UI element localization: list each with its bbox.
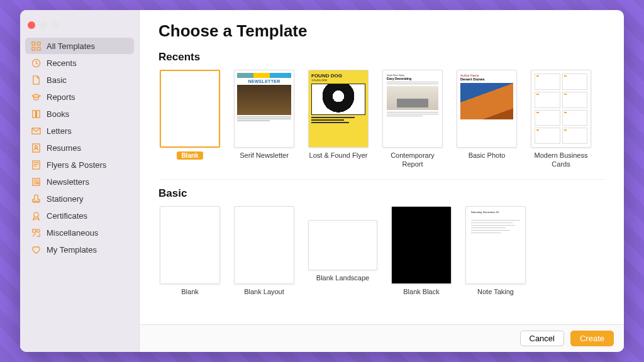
sidebar-item-label: All Templates	[47, 41, 95, 51]
template-label: Blank Layout	[244, 288, 284, 304]
basic-row: Blank Blank Layout Blank Landscape Blank…	[158, 206, 605, 314]
sidebar-item-basic[interactable]: Basic	[25, 72, 134, 88]
sidebar-item-label: Stationery	[47, 194, 84, 204]
main-panel: Choose a Template Recents Blank NEWSLETT…	[140, 10, 624, 352]
sidebar-item-stationery[interactable]: Stationery	[25, 190, 134, 207]
svg-rect-0	[31, 41, 35, 45]
page-title: Choose a Template	[158, 21, 605, 41]
sidebar-item-recents[interactable]: Recents	[25, 55, 134, 71]
template-blank[interactable]: Blank	[158, 70, 221, 169]
sidebar-list: All Templates Recents Basic Reports Book…	[20, 38, 139, 258]
misc-icon	[31, 228, 41, 238]
template-thumbnail	[160, 70, 220, 148]
minimize-window-button[interactable]	[40, 21, 47, 29]
template-lost-found-flyer[interactable]: FOUND DOG 123-456-7890 Lost & Found Flye…	[307, 70, 370, 169]
svg-rect-8	[32, 160, 39, 168]
sidebar-item-flyers-posters[interactable]: Flyers & Posters	[25, 156, 134, 173]
sidebar-item-newsletters[interactable]: Newsletters	[25, 173, 134, 190]
section-heading-basic: Basic	[158, 187, 605, 200]
template-thumbnail	[160, 206, 220, 284]
template-thumbnail: FOUND DOG 123-456-7890	[308, 70, 369, 148]
sidebar-item-all-templates[interactable]: All Templates	[25, 38, 134, 54]
template-basic-photo[interactable]: Author Name Desert Dunes Basic Photo	[455, 70, 518, 169]
sidebar-item-my-templates[interactable]: My Templates	[25, 241, 134, 258]
template-label: Note Taking	[477, 288, 514, 304]
svg-rect-10	[36, 182, 38, 184]
newsletter-icon	[31, 177, 41, 187]
sidebar-item-miscellaneous[interactable]: Miscellaneous	[25, 224, 134, 241]
template-thumbnail: NEWSLETTER	[234, 70, 294, 148]
sidebar-item-certificates[interactable]: Certificates	[25, 207, 134, 224]
sidebar: All Templates Recents Basic Reports Book…	[20, 10, 140, 352]
template-label: Basic Photo	[469, 151, 506, 168]
sidebar-item-label: Basic	[47, 75, 67, 85]
template-contemporary-report[interactable]: Simple Home Styling Easy Decorating Cont…	[381, 70, 444, 169]
template-blank-2[interactable]: Blank	[158, 206, 221, 304]
template-note-taking[interactable]: Saturday, December 16 Note Taking	[464, 206, 527, 304]
close-window-button[interactable]	[28, 21, 35, 29]
sidebar-item-label: My Templates	[47, 245, 97, 255]
template-thumbnail: Author Name Desert Dunes	[457, 70, 517, 148]
template-thumbnail: Simple Home Styling Easy Decorating	[382, 70, 443, 148]
zoom-window-button[interactable]	[52, 21, 59, 29]
template-label: Blank	[177, 151, 203, 160]
section-heading-recents: Recents	[158, 51, 605, 63]
sidebar-item-label: Certificates	[47, 211, 87, 221]
template-label: Lost & Found Flyer	[309, 151, 368, 168]
template-label: Contemporary Report	[381, 151, 444, 169]
sidebar-item-label: Newsletters	[47, 177, 89, 187]
svg-rect-3	[37, 47, 40, 50]
svg-rect-1	[37, 41, 40, 45]
footer-bar: Cancel Create	[140, 324, 624, 352]
template-label: Serif Newsletter	[240, 151, 289, 168]
graduation-cap-icon	[31, 92, 41, 102]
recents-row: Blank NEWSLETTER Serif Newsletter FOUND …	[158, 70, 605, 180]
template-serif-newsletter[interactable]: NEWSLETTER Serif Newsletter	[233, 70, 296, 169]
template-scroll-area[interactable]: Choose a Template Recents Blank NEWSLETT…	[140, 10, 624, 324]
template-thumbnail	[234, 206, 294, 284]
template-blank-black[interactable]: Blank Black	[390, 206, 453, 304]
create-button[interactable]: Create	[570, 331, 614, 346]
template-thumbnail	[531, 70, 591, 148]
template-modern-business-cards[interactable]: Modern Business Cards	[530, 70, 592, 169]
sidebar-item-label: Flyers & Posters	[47, 160, 106, 170]
svg-point-13	[36, 229, 40, 232]
sidebar-item-label: Resumes	[47, 143, 81, 153]
sidebar-item-label: Recents	[47, 58, 77, 68]
template-thumbnail	[391, 206, 452, 284]
grid-icon	[31, 41, 41, 51]
template-label: Blank	[181, 288, 199, 304]
heart-icon	[31, 244, 41, 255]
envelope-icon	[31, 126, 41, 136]
sidebar-item-books[interactable]: Books	[25, 106, 134, 122]
stamp-icon	[31, 194, 41, 204]
sidebar-item-label: Miscellaneous	[47, 228, 98, 238]
sidebar-item-label: Letters	[47, 126, 72, 136]
template-blank-landscape[interactable]: Blank Landscape	[307, 206, 379, 304]
svg-point-7	[35, 145, 37, 148]
person-doc-icon	[31, 143, 41, 153]
sidebar-item-letters[interactable]: Letters	[25, 123, 134, 139]
cancel-button[interactable]: Cancel	[520, 331, 564, 346]
ribbon-icon	[31, 211, 41, 221]
svg-rect-2	[31, 47, 35, 50]
template-blank-layout[interactable]: Blank Layout	[233, 206, 296, 304]
window-controls	[20, 15, 139, 38]
template-label: Blank Black	[403, 288, 439, 304]
clock-icon	[31, 58, 41, 68]
svg-rect-12	[32, 229, 35, 232]
template-thumbnail: Saturday, December 16	[465, 206, 526, 284]
template-chooser-window: All Templates Recents Basic Reports Book…	[20, 10, 624, 352]
flyer-icon	[31, 160, 41, 170]
svg-point-11	[33, 212, 38, 217]
template-label: Blank Landscape	[316, 274, 369, 290]
sidebar-item-label: Reports	[47, 92, 75, 102]
book-icon	[31, 109, 41, 119]
document-icon	[31, 75, 41, 85]
sidebar-item-resumes[interactable]: Resumes	[25, 140, 134, 156]
sidebar-item-reports[interactable]: Reports	[25, 89, 134, 105]
template-thumbnail	[308, 220, 377, 270]
template-label: Modern Business Cards	[530, 151, 592, 169]
sidebar-item-label: Books	[47, 109, 69, 119]
